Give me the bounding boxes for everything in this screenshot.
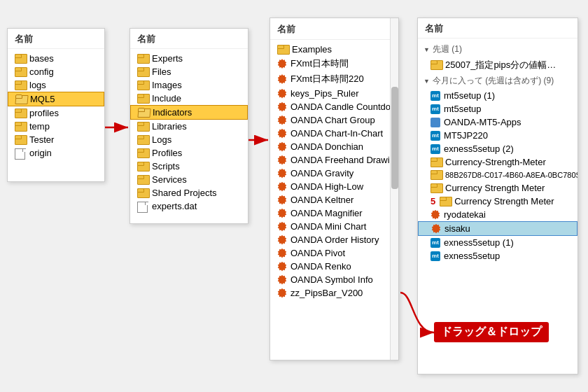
list-item[interactable]: OANDA Magnifier — [270, 206, 388, 220]
item-label: Profiles — [152, 148, 182, 158]
list-item[interactable]: keys_Pips_Ruler — [270, 87, 388, 100]
item-label: exness5setup (1) — [444, 237, 514, 248]
list-item[interactable]: Services — [130, 173, 248, 186]
item-label: Examples — [292, 44, 332, 55]
folder-icon — [137, 175, 148, 185]
item-label: Files — [152, 66, 171, 77]
panel3-header: 名前 — [270, 19, 390, 38]
item-label: Libraries — [152, 121, 187, 132]
list-item-sisaku[interactable]: sisaku — [418, 221, 578, 236]
mt-icon: mt — [430, 144, 440, 154]
list-item[interactable]: OANDA High-Low — [270, 180, 388, 193]
list-item-currency5[interactable]: 5 Currency Strength Meter — [418, 195, 578, 208]
list-item[interactable]: Logs — [130, 133, 248, 146]
list-item[interactable]: zz_PipsBar_V200 — [270, 286, 388, 300]
list-item[interactable]: Experts — [130, 52, 248, 65]
list-item[interactable]: origin — [8, 146, 104, 160]
list-item[interactable]: config — [8, 65, 104, 78]
panel-3: 名前 ▲ Examples FXmt日本時間 FXmt日本時間220 keys_… — [270, 18, 399, 360]
list-item[interactable]: logs — [8, 78, 104, 92]
item-label: OANDA Symbol Info — [290, 274, 373, 285]
list-item[interactable]: experts.dat — [130, 200, 248, 213]
file-icon — [137, 202, 148, 211]
folder-icon — [137, 122, 148, 132]
panel-2: 名前 Experts Files Images Include Indicato… — [130, 28, 248, 224]
folder-icon — [137, 148, 148, 158]
list-item[interactable]: 88B267D8-C017-4B60-A8EA-0BC780S1713C — [418, 169, 578, 181]
list-item[interactable]: mt exness5setup — [418, 249, 578, 262]
item-label: exness5setup — [444, 251, 500, 261]
list-item[interactable]: mt exness5setup (1) — [418, 236, 578, 249]
folder-open-icon — [15, 94, 27, 104]
list-item[interactable]: OANDA Renko — [270, 260, 388, 273]
item-label: MQL5 — [30, 94, 55, 104]
list-item[interactable]: OANDA Chart Group — [270, 113, 388, 127]
mt-icon: mt — [430, 91, 440, 101]
panel2-header: 名前 — [130, 29, 248, 49]
drag-drop-label: ドラッグ＆ドロップ — [434, 322, 549, 342]
list-item[interactable]: bases — [8, 52, 104, 65]
panel1-content: bases config logs MQL5 profiles temp Tes… — [8, 49, 104, 162]
item-label: OANDA Pivot — [290, 248, 345, 258]
panel4-header: 名前 — [418, 18, 578, 38]
gear-icon — [277, 222, 287, 232]
scrollbar-thumb[interactable] — [391, 87, 398, 189]
item-label: OANDA Donchian — [290, 141, 363, 152]
item-label: FXmt日本時間220 — [290, 73, 364, 85]
item-label: bases — [29, 53, 54, 64]
list-item[interactable]: profiles — [8, 106, 104, 120]
list-item[interactable]: Shared Projects — [130, 186, 248, 200]
list-item[interactable]: OANDA Keltner — [270, 193, 388, 206]
list-item[interactable]: FXmt日本時間 — [270, 56, 388, 71]
chevron-icon: ▼ — [424, 46, 430, 53]
folder-icon — [137, 188, 148, 198]
list-item[interactable]: ryodatekai — [418, 208, 578, 221]
list-item[interactable]: OANDA Candle Countdown — [270, 100, 388, 113]
list-item[interactable]: Scripts — [130, 160, 248, 173]
list-item[interactable]: Files — [130, 65, 248, 78]
list-item[interactable]: Examples — [270, 43, 388, 56]
list-item[interactable]: OANDA Pivot — [270, 246, 388, 260]
list-item[interactable]: 25007_指定pips分の値幅を示すバーをチャート上に... — [418, 57, 578, 73]
item-label: Services — [152, 174, 187, 185]
list-item[interactable]: OANDA Donchian — [270, 140, 388, 153]
list-item[interactable]: mt mt5setup — [418, 102, 578, 115]
item-label: OANDA Chart-In-Chart — [290, 128, 383, 139]
item-label: keys_Pips_Ruler — [290, 88, 359, 99]
file-icon — [15, 148, 26, 158]
item-label: OANDA Renko — [290, 261, 351, 272]
list-item[interactable]: FXmt日本時間220 — [270, 71, 388, 87]
list-item[interactable]: OANDA-MT5-Apps — [418, 115, 578, 129]
list-item[interactable]: OANDA Mini Chart — [270, 220, 388, 233]
list-item[interactable]: mt exness5setup (2) — [418, 142, 578, 155]
gear-icon — [277, 102, 287, 112]
list-item[interactable]: OANDA Symbol Info — [270, 273, 388, 286]
list-item[interactable]: Libraries — [130, 120, 248, 133]
gear-icon — [277, 142, 287, 152]
list-item[interactable]: OANDA Order History — [270, 233, 388, 246]
list-item[interactable]: Tester — [8, 133, 104, 146]
item-label: mt5setup — [444, 104, 481, 114]
mt-icon: mt — [430, 251, 440, 261]
list-item-indicators[interactable]: Indicators — [130, 105, 248, 120]
item-label: Indicators — [153, 107, 192, 118]
folder-icon — [137, 80, 148, 90]
list-item[interactable]: OANDA Gravity — [270, 167, 388, 180]
list-item[interactable]: Include — [130, 92, 248, 105]
list-item[interactable]: Profiles — [130, 146, 248, 160]
list-item[interactable]: temp — [8, 120, 104, 133]
list-item[interactable]: Currency-Strength-Meter — [418, 155, 578, 169]
scrollbar[interactable] — [390, 18, 398, 360]
gear-icon — [277, 248, 287, 258]
gear-icon — [277, 129, 287, 139]
item-label: Currency-Strength-Meter — [445, 157, 546, 167]
folder-icon — [137, 135, 148, 145]
list-item[interactable]: OANDA Freehand Drawing — [270, 153, 388, 167]
list-item[interactable]: mt mt5setup (1) — [418, 89, 578, 102]
list-item[interactable]: OANDA Chart-In-Chart — [270, 127, 388, 140]
item-label: Images — [152, 80, 182, 90]
list-item-mql5[interactable]: MQL5 — [8, 92, 104, 106]
list-item[interactable]: mt MT5JP220 — [418, 129, 578, 142]
list-item[interactable]: Currency Strength Meter — [418, 181, 578, 195]
list-item[interactable]: Images — [130, 78, 248, 92]
